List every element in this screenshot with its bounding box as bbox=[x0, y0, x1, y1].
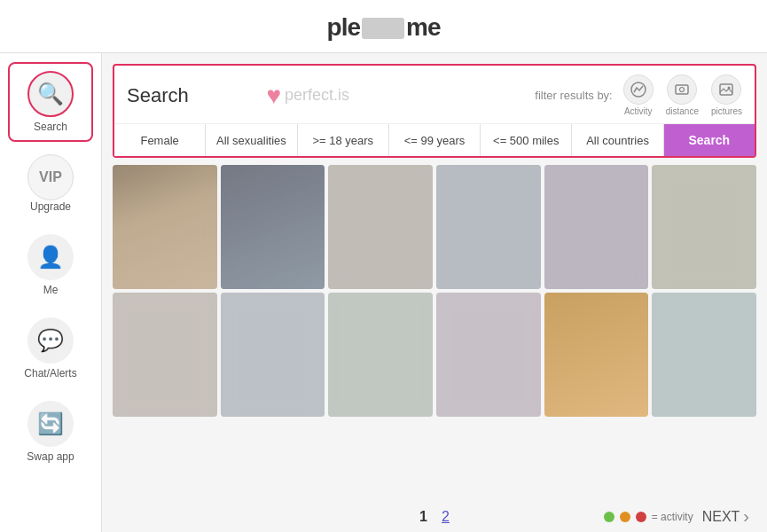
filter-pictures-btn[interactable]: pictures bbox=[711, 74, 742, 116]
profile-card[interactable] bbox=[221, 293, 325, 417]
content-area: Search ♥ perfect.is filter results by: bbox=[102, 53, 767, 532]
dot-red-icon bbox=[636, 512, 646, 522]
page-2[interactable]: 2 bbox=[442, 509, 450, 525]
svg-rect-1 bbox=[676, 85, 688, 94]
profile-card[interactable] bbox=[544, 293, 649, 417]
profile-grid bbox=[102, 165, 767, 501]
distance-label: distance bbox=[666, 106, 699, 116]
sidebar-item-chat[interactable]: 💬 Chat/Alerts bbox=[8, 309, 93, 388]
profile-card[interactable] bbox=[113, 165, 217, 289]
svg-rect-3 bbox=[720, 84, 732, 95]
sidebar-label-swap: Swap app bbox=[27, 450, 74, 463]
profile-card[interactable] bbox=[652, 165, 756, 289]
watermark-heart-icon: ♥ bbox=[266, 82, 281, 110]
pictures-label: pictures bbox=[711, 106, 742, 116]
sidebar-label-me: Me bbox=[43, 284, 59, 296]
profile-card[interactable] bbox=[544, 165, 649, 289]
sidebar-item-upgrade[interactable]: VIP Upgrade bbox=[8, 145, 93, 222]
next-button[interactable]: NEXT › bbox=[702, 506, 749, 527]
sexuality-filter[interactable]: All sexualities bbox=[206, 124, 297, 156]
profile-card[interactable] bbox=[221, 165, 325, 289]
country-filter[interactable]: All countries bbox=[572, 124, 663, 156]
search-title: Search bbox=[127, 84, 255, 107]
activity-icon bbox=[623, 74, 654, 105]
page-header: pleme bbox=[0, 0, 767, 53]
profile-card[interactable] bbox=[328, 293, 433, 417]
filter-results-label: filter results by: bbox=[535, 89, 612, 102]
filter-distance-btn[interactable]: distance bbox=[666, 74, 699, 116]
sidebar-item-me[interactable]: 👤 Me bbox=[8, 225, 93, 305]
sidebar: 🔍 Search VIP Upgrade 👤 Me 💬 Chat/Alerts … bbox=[0, 53, 102, 532]
search-panel: Search ♥ perfect.is filter results by: bbox=[113, 64, 756, 158]
activity-legend-label: = activity bbox=[652, 511, 693, 523]
bottom-area: 1 2 = activity NEXT › bbox=[102, 501, 767, 532]
filter-activity-btn[interactable]: Activity bbox=[623, 74, 654, 116]
sidebar-label-upgrade: Upgrade bbox=[30, 200, 71, 213]
filter-row: Female All sexualities >= 18 years <= 99… bbox=[114, 123, 755, 156]
profile-card[interactable] bbox=[652, 293, 756, 417]
pictures-icon bbox=[711, 74, 741, 105]
logo-part2: me bbox=[406, 13, 440, 41]
profile-card[interactable] bbox=[436, 165, 541, 289]
page-1[interactable]: 1 bbox=[419, 509, 427, 525]
next-label: NEXT bbox=[702, 509, 740, 525]
vip-icon: VIP bbox=[27, 154, 74, 200]
watermark-text: perfect.is bbox=[285, 86, 349, 105]
profile-card[interactable] bbox=[328, 165, 433, 289]
chat-icon: 💬 bbox=[27, 317, 74, 364]
profile-row-2 bbox=[113, 293, 756, 417]
search-icon: 🔍 bbox=[27, 71, 74, 117]
distance-filter[interactable]: <= 500 miles bbox=[481, 124, 572, 156]
logo-part1: ple bbox=[327, 13, 360, 41]
watermark: ♥ perfect.is bbox=[266, 82, 524, 110]
svg-point-2 bbox=[680, 88, 685, 92]
swap-icon: 🔄 bbox=[27, 401, 74, 447]
site-logo: pleme bbox=[327, 13, 441, 42]
profile-row-1 bbox=[113, 165, 756, 289]
sidebar-label-chat: Chat/Alerts bbox=[24, 367, 76, 379]
age-min-filter[interactable]: >= 18 years bbox=[298, 124, 389, 156]
search-top-bar: Search ♥ perfect.is filter results by: bbox=[114, 66, 755, 123]
sidebar-label-search: Search bbox=[34, 121, 67, 133]
profile-card[interactable] bbox=[436, 293, 541, 417]
filter-icons-group: Activity distance bbox=[623, 74, 742, 116]
activity-legend: = activity bbox=[604, 511, 693, 523]
sidebar-item-search[interactable]: 🔍 Search bbox=[8, 62, 93, 142]
pagination: 1 2 bbox=[419, 509, 450, 525]
sidebar-item-swap[interactable]: 🔄 Swap app bbox=[8, 392, 93, 472]
dot-green-icon bbox=[604, 512, 614, 522]
next-arrow-icon: › bbox=[743, 506, 749, 527]
dot-orange-icon bbox=[620, 512, 630, 522]
profile-icon: 👤 bbox=[27, 234, 74, 280]
distance-icon bbox=[667, 74, 697, 105]
age-max-filter[interactable]: <= 99 years bbox=[389, 124, 481, 156]
gender-filter[interactable]: Female bbox=[114, 124, 206, 156]
svg-point-4 bbox=[728, 87, 731, 90]
search-button[interactable]: Search bbox=[664, 124, 755, 156]
main-layout: 🔍 Search VIP Upgrade 👤 Me 💬 Chat/Alerts … bbox=[0, 53, 767, 532]
profile-card[interactable] bbox=[113, 293, 217, 417]
activity-label: Activity bbox=[624, 106, 653, 116]
